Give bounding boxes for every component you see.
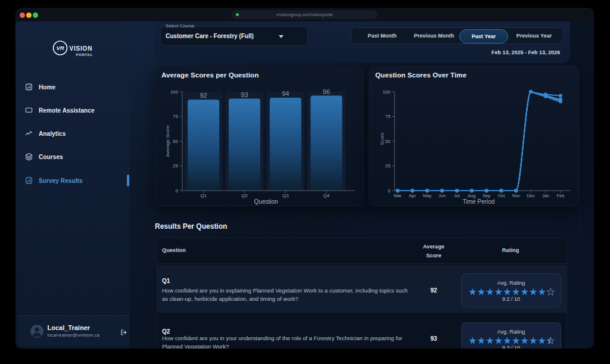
svg-text:Mar: Mar: [394, 193, 402, 198]
svg-text:Score: Score: [379, 132, 385, 145]
svg-text:75: 75: [385, 114, 391, 119]
svg-text:Nov: Nov: [512, 193, 521, 198]
svg-text:VISION: VISION: [70, 45, 93, 52]
svg-text:100: 100: [170, 89, 179, 95]
svg-text:Q4: Q4: [323, 193, 330, 198]
svg-text:VR: VR: [56, 45, 64, 51]
svg-text:Oct: Oct: [498, 193, 506, 198]
svg-text:Q3: Q3: [282, 193, 289, 198]
svg-text:Apr: Apr: [409, 193, 416, 198]
svg-text:0: 0: [176, 188, 179, 194]
svg-text:75: 75: [173, 114, 178, 119]
svg-text:93: 93: [241, 91, 248, 98]
svg-text:Average Score: Average Score: [165, 125, 170, 157]
svg-text:0: 0: [388, 188, 391, 194]
svg-text:May: May: [423, 193, 431, 198]
svg-text:Question: Question: [254, 198, 278, 205]
svg-text:Dec: Dec: [527, 193, 535, 198]
svg-text:25: 25: [385, 163, 391, 169]
svg-text:Feb: Feb: [556, 193, 564, 198]
svg-text:Time Period: Time Period: [463, 198, 495, 205]
svg-text:25: 25: [173, 163, 178, 169]
svg-text:Jul: Jul: [454, 193, 460, 198]
svg-text:Q1: Q1: [200, 193, 207, 198]
svg-text:92: 92: [200, 92, 207, 99]
svg-text:Q2: Q2: [241, 193, 248, 198]
svg-text:Jun: Jun: [438, 193, 446, 198]
svg-text:Jan: Jan: [542, 193, 549, 198]
svg-text:50: 50: [173, 139, 178, 144]
svg-text:PORTAL: PORTAL: [76, 53, 93, 57]
svg-text:96: 96: [323, 88, 330, 95]
svg-text:94: 94: [282, 90, 289, 97]
svg-text:50: 50: [385, 139, 391, 144]
svg-text:100: 100: [382, 89, 391, 95]
